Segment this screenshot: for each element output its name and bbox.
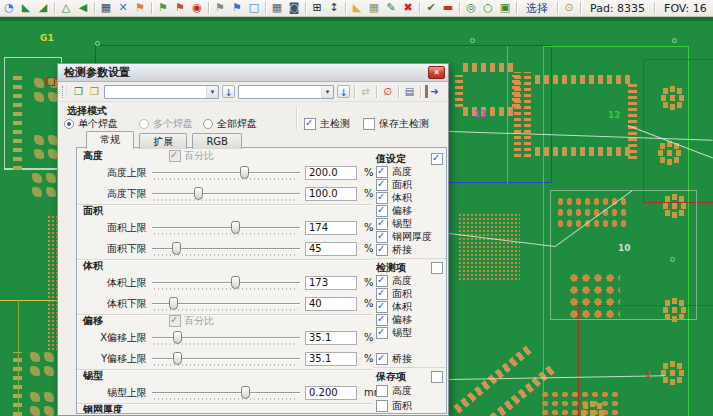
slider[interactable] [152, 295, 300, 313]
slider[interactable] [152, 219, 300, 237]
select-rect-icon[interactable]: □ [247, 1, 261, 15]
image-view-icon[interactable]: ▦ [99, 1, 113, 15]
apply-combo-1-icon[interactable]: ↓ [222, 85, 235, 98]
value-input[interactable] [305, 276, 357, 290]
slider[interactable] [152, 240, 300, 258]
dropdown-caret-icon[interactable]: ▾ [206, 86, 218, 98]
load-params-icon[interactable]: ❐ [72, 85, 85, 98]
slider-thumb[interactable] [173, 352, 182, 365]
radio-single-pad[interactable]: 单个焊盘 [64, 117, 118, 131]
tools-icon[interactable]: ✕ [116, 1, 130, 15]
ruler-icon[interactable]: ◣ [350, 1, 364, 15]
check-item[interactable]: 钢网厚度 [373, 230, 446, 243]
radio-icon[interactable] [203, 119, 213, 129]
check-item[interactable]: 体积 [373, 191, 446, 204]
fov-grid-icon[interactable]: ▦ [270, 1, 284, 15]
checkbox[interactable] [376, 205, 388, 217]
check-item[interactable]: 体积 [373, 413, 446, 414]
section-header-checkbox[interactable] [431, 262, 443, 274]
value-input[interactable] [305, 297, 357, 311]
select-mode-button[interactable]: 选择 [521, 1, 553, 16]
percent-checkbox[interactable]: 百分比 [169, 315, 214, 327]
radio-all-pads[interactable]: 全部焊盘 [203, 117, 257, 131]
value-input[interactable] [305, 331, 357, 345]
slider-thumb[interactable] [172, 242, 181, 255]
slider[interactable] [152, 185, 300, 203]
tab-rgb[interactable]: RGB [192, 133, 242, 149]
checkbox[interactable] [376, 327, 388, 339]
block-icon[interactable]: ∅ [381, 85, 394, 98]
exit-dialog-icon[interactable]: ➔ [425, 85, 441, 98]
checkbox[interactable] [376, 179, 388, 191]
check-item[interactable]: 锡型 [373, 217, 446, 230]
check-item[interactable]: 高度 [373, 165, 446, 178]
magnifier-icon[interactable]: ⊙ [562, 1, 576, 15]
check-item[interactable]: 锡型 [373, 326, 446, 339]
target-ring-icon[interactable]: ◎ [464, 1, 478, 15]
zoom-extents-icon[interactable]: ◣ [19, 1, 33, 15]
board-blocks-icon[interactable]: ⊞ [310, 1, 324, 15]
pin-orange-icon[interactable]: ⚑ [133, 1, 147, 15]
tab-general[interactable]: 常规 [86, 131, 134, 149]
check-item[interactable]: 高度 [373, 383, 446, 398]
value-input[interactable] [305, 166, 357, 180]
checkbox[interactable] [376, 192, 388, 204]
slider-thumb[interactable] [231, 276, 240, 289]
pin-blue-icon[interactable]: ⚑ [230, 1, 244, 15]
zoom-region-icon[interactable]: ◢ [36, 1, 50, 15]
dropdown-caret-icon[interactable]: ▾ [321, 86, 333, 98]
section-header-checkbox[interactable] [431, 371, 443, 383]
section-header-checkbox[interactable] [431, 153, 443, 165]
dialog-titlebar[interactable]: 检测参数设置 ✕ [58, 64, 448, 82]
edit-icon[interactable]: ✎ [384, 1, 398, 15]
board-warning-icon[interactable]: △ [59, 1, 73, 15]
save-params-icon[interactable]: ▤ [403, 85, 416, 98]
camera-icon[interactable]: ◙ [287, 1, 301, 15]
checkbox[interactable] [376, 385, 388, 397]
slider-thumb[interactable] [173, 331, 182, 344]
checkbox[interactable] [376, 166, 388, 178]
check-item[interactable]: 面积 [373, 178, 446, 191]
checkbox[interactable] [304, 118, 316, 130]
checkbox[interactable] [363, 118, 375, 130]
delete-icon[interactable]: ✖ [401, 1, 415, 15]
slider[interactable] [152, 274, 300, 292]
remove-block-icon[interactable]: ▬ [441, 1, 455, 15]
slider-thumb[interactable] [231, 221, 240, 234]
tab-extended[interactable]: 扩展 [139, 133, 187, 149]
checkbox[interactable] [376, 400, 388, 412]
slider[interactable] [152, 384, 300, 402]
checkbox[interactable] [376, 314, 388, 326]
check-item[interactable]: 面积 [373, 287, 446, 300]
check-item[interactable]: 体积 [373, 300, 446, 313]
sort-az-icon[interactable]: ↕ [327, 1, 341, 15]
slider-thumb[interactable] [240, 166, 249, 179]
check-item[interactable]: 桥接 [373, 243, 446, 256]
checkbox[interactable] [376, 275, 388, 287]
circle-tool-icon[interactable]: ○ [481, 1, 495, 15]
slider-thumb[interactable] [169, 297, 178, 310]
value-input[interactable] [305, 221, 357, 235]
param-set-combo-1[interactable]: ▾ [104, 85, 219, 99]
slider-thumb[interactable] [194, 187, 203, 200]
announce-icon[interactable]: ◀ [76, 1, 90, 15]
confirm-edit-icon[interactable]: ✔ [424, 1, 438, 15]
check-item[interactable]: 面积 [373, 398, 446, 413]
check-item[interactable]: 桥接 [373, 352, 446, 365]
rotate-view-icon[interactable]: ◔ [2, 1, 16, 15]
value-input[interactable] [305, 242, 357, 256]
slider[interactable] [152, 164, 300, 182]
close-button[interactable]: ✕ [428, 66, 445, 79]
value-input[interactable] [305, 187, 357, 201]
checkbox[interactable] [376, 288, 388, 300]
check-item[interactable]: 偏移 [373, 313, 446, 326]
pin-red-icon[interactable]: ⚑ [173, 1, 187, 15]
checkbox[interactable] [376, 353, 388, 365]
apply-combo-2-icon[interactable]: ↓ [337, 85, 350, 98]
value-input[interactable] [305, 386, 357, 400]
check-item[interactable]: 偏移 [373, 204, 446, 217]
checkbox[interactable] [376, 231, 388, 243]
slider[interactable] [152, 329, 300, 347]
radio-icon[interactable] [64, 119, 74, 129]
param-set-combo-2[interactable]: ▾ [238, 85, 334, 99]
